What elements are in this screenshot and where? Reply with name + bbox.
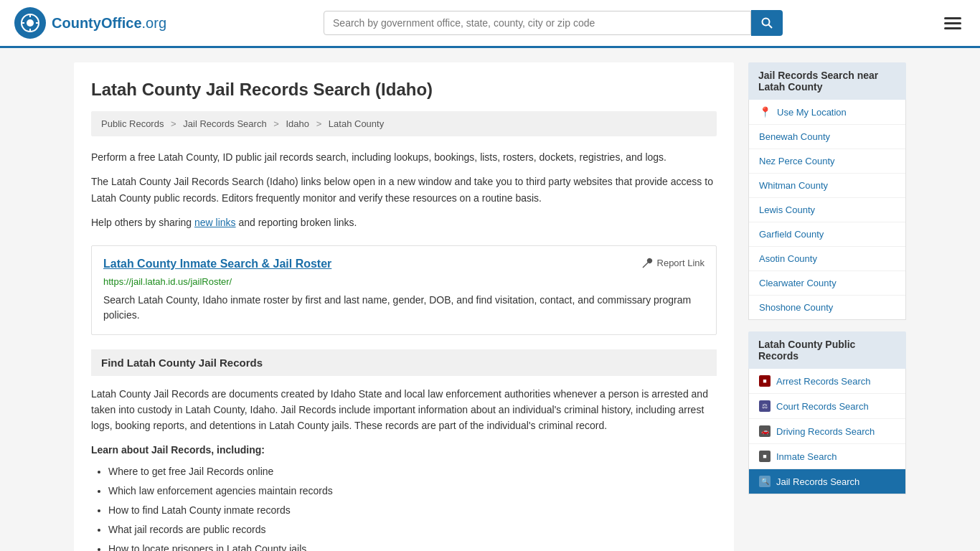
logo-name: CountyOffice [52, 15, 142, 31]
sidebar-county-garfield[interactable]: Garfield County [749, 222, 905, 247]
use-location-item[interactable]: 📍 Use My Location [749, 100, 905, 125]
bullet-4: What jail records are public records [108, 521, 717, 539]
record-title: Latah County Inmate Search & Jail Roster [103, 258, 331, 270]
intro-paragraph-2: The Latah County Jail Records Search (Id… [91, 174, 717, 206]
record-description: Search Latah County, Idaho inmate roster… [103, 293, 705, 323]
find-section-text: Latah County Jail Records are documents … [91, 386, 717, 434]
court-icon: ⚖ [759, 400, 771, 412]
record-url: https://jail.latah.id.us/jailRoster/ [103, 276, 705, 287]
sidebar: Jail Records Search near Latah County 📍 … [748, 62, 906, 551]
content-area: Latah County Jail Records Search (Idaho)… [74, 62, 734, 551]
driving-icon: 🚗 [759, 425, 771, 437]
sidebar-record-court[interactable]: ⚖ Court Records Search [749, 394, 905, 419]
intro-paragraph-1: Perform a free Latah County, ID public j… [91, 149, 717, 165]
intro-paragraph-3: Help others by sharing new links and rep… [91, 215, 717, 230]
hamburger-line-3 [944, 27, 961, 29]
logo-area: CountyOffice.org [14, 7, 166, 39]
record-card: Latah County Inmate Search & Jail Roster… [91, 245, 717, 335]
page-title: Latah County Jail Records Search (Idaho) [91, 80, 717, 100]
bullet-3: How to find Latah County inmate records [108, 501, 717, 519]
hamburger-line-2 [944, 22, 961, 24]
bullet-5: How to locate prisoners in Latah County … [108, 540, 717, 551]
search-icon [761, 17, 773, 29]
sidebar-county-benewah[interactable]: Benewah County [749, 125, 905, 149]
sidebar-county-nez-perce[interactable]: Nez Perce County [749, 149, 905, 174]
intro3-prefix: Help others by sharing [91, 217, 194, 228]
breadcrumb-jail-records[interactable]: Jail Records Search [183, 118, 266, 129]
logo-text: CountyOffice.org [52, 15, 166, 32]
sidebar-county-asotin[interactable]: Asotin County [749, 247, 905, 271]
sidebar-county-shoshone[interactable]: Shoshone County [749, 296, 905, 319]
sidebar-record-arrest[interactable]: ■ Arrest Records Search [749, 369, 905, 394]
find-section: Find Latah County Jail Records Latah Cou… [91, 349, 717, 551]
hamburger-line-1 [944, 17, 961, 19]
hamburger-menu-button[interactable] [940, 13, 966, 34]
nearby-section: Jail Records Search near Latah County 📍 … [748, 62, 906, 320]
nearby-header: Jail Records Search near Latah County [748, 62, 906, 100]
nearby-counties-list: 📍 Use My Location Benewah County Nez Per… [748, 100, 906, 320]
use-location-link[interactable]: Use My Location [777, 107, 847, 118]
sidebar-record-jail[interactable]: 🔍 Jail Records Search [749, 469, 905, 494]
public-records-section: Latah County Public Records ■ Arrest Rec… [748, 331, 906, 494]
sidebar-record-inmate[interactable]: ■ Inmate Search [749, 444, 905, 469]
main-container: Latah County Jail Records Search (Idaho)… [60, 48, 920, 551]
logo-dot: .org [142, 15, 166, 31]
breadcrumb-latah[interactable]: Latah County [329, 118, 384, 129]
record-title-link[interactable]: Latah County Inmate Search & Jail Roster [103, 258, 331, 270]
public-records-header: Latah County Public Records [748, 331, 906, 369]
bullet-list: Where to get free Jail Records online Wh… [91, 463, 717, 551]
breadcrumb-sep-2: > [273, 118, 279, 129]
report-link-button[interactable]: Report Link [641, 258, 705, 269]
svg-line-7 [769, 25, 773, 29]
search-button[interactable] [751, 10, 783, 36]
search-area [324, 10, 783, 36]
breadcrumb-public-records[interactable]: Public Records [101, 118, 164, 129]
logo-icon [14, 7, 46, 39]
pin-icon: 📍 [759, 106, 771, 118]
breadcrumb-idaho[interactable]: Idaho [286, 118, 309, 129]
svg-point-1 [27, 19, 34, 27]
wrench-icon [641, 258, 653, 269]
sidebar-record-driving[interactable]: 🚗 Driving Records Search [749, 419, 905, 444]
public-records-list: ■ Arrest Records Search ⚖ Court Records … [748, 369, 906, 494]
arrest-icon: ■ [759, 375, 771, 387]
inmate-icon: ■ [759, 451, 771, 462]
jail-icon: 🔍 [759, 476, 771, 487]
sidebar-county-whitman[interactable]: Whitman County [749, 174, 905, 198]
find-section-title: Find Latah County Jail Records [91, 349, 717, 376]
bullet-2: Which law enforcement agencies maintain … [108, 482, 717, 500]
breadcrumb-sep-3: > [316, 118, 322, 129]
breadcrumb-sep-1: > [171, 118, 176, 129]
search-input[interactable] [324, 11, 751, 35]
learn-title: Learn about Jail Records, including: [91, 444, 717, 456]
new-links-link[interactable]: new links [194, 217, 236, 228]
bullet-1: Where to get free Jail Records online [108, 463, 717, 481]
report-link-label: Report Link [657, 258, 705, 268]
svg-point-6 [763, 19, 770, 26]
breadcrumb: Public Records > Jail Records Search > I… [91, 111, 717, 136]
intro3-suffix: and reporting broken links. [236, 217, 357, 228]
record-card-header: Latah County Inmate Search & Jail Roster… [103, 258, 705, 270]
sidebar-county-clearwater[interactable]: Clearwater County [749, 271, 905, 296]
sidebar-county-lewis[interactable]: Lewis County [749, 198, 905, 222]
site-header: CountyOffice.org [0, 0, 980, 48]
